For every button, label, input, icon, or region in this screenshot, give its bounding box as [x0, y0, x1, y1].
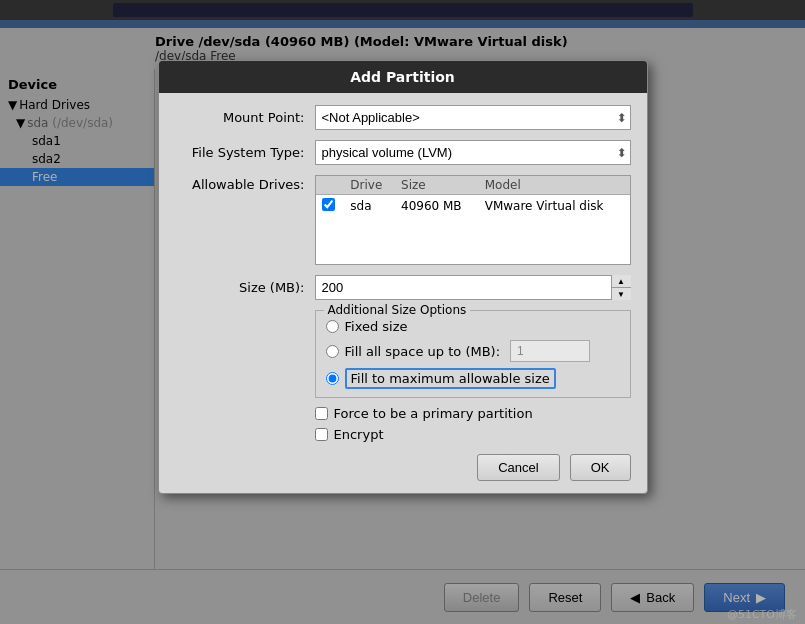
size-field-wrapper: ▲ ▼	[315, 275, 631, 300]
force-primary-row: Force to be a primary partition	[315, 406, 631, 421]
additional-size-options: Additional Size Options Fixed size Fill …	[315, 310, 631, 398]
fixed-size-label: Fixed size	[345, 319, 408, 334]
fs-type-wrapper: physical volume (LVM) ext4 swap	[315, 140, 631, 165]
radio-fill-up-to: Fill all space up to (MB):	[326, 340, 620, 362]
drive-model-cell: VMware Virtual disk	[479, 195, 630, 218]
size-spinner: ▲ ▼	[611, 275, 631, 300]
fs-type-row: File System Type: physical volume (LVM) …	[175, 140, 631, 165]
options-group-title: Additional Size Options	[324, 303, 471, 317]
mount-point-wrapper: <Not Applicable>	[315, 105, 631, 130]
mount-point-label: Mount Point:	[175, 110, 315, 125]
main-area: Drive /dev/sda (40960 MB) (Model: VMware…	[0, 20, 805, 624]
modal-body: Mount Point: <Not Applicable> File Syste…	[159, 93, 647, 493]
encrypt-checkbox[interactable]	[315, 428, 328, 441]
col-check	[316, 176, 345, 195]
top-bar-progress	[113, 3, 693, 17]
drive-checkbox[interactable]	[322, 198, 335, 211]
modal-buttons: Cancel OK	[175, 454, 631, 481]
fill-up-to-radio[interactable]	[326, 345, 339, 358]
encrypt-label: Encrypt	[334, 427, 384, 442]
mount-point-select[interactable]: <Not Applicable>	[315, 105, 631, 130]
drives-table-header: Drive Size Model	[316, 176, 630, 195]
modal-title-bar: Add Partition	[159, 61, 647, 93]
add-partition-modal: Add Partition Mount Point: <Not Applicab…	[158, 60, 648, 494]
fixed-size-radio[interactable]	[326, 320, 339, 333]
drive-name-cell: sda	[344, 195, 395, 218]
encrypt-row: Encrypt	[315, 427, 631, 442]
fill-up-to-input[interactable]	[510, 340, 590, 362]
modal-overlay: Add Partition Mount Point: <Not Applicab…	[0, 20, 805, 624]
drives-table: Drive Size Model sda	[316, 176, 630, 217]
fs-type-label: File System Type:	[175, 145, 315, 160]
force-primary-label: Force to be a primary partition	[334, 406, 533, 421]
col-drive: Drive	[344, 176, 395, 195]
radio-fixed-size: Fixed size	[326, 319, 620, 334]
drive-checkbox-cell	[316, 195, 345, 218]
drives-table-container: Drive Size Model sda	[315, 175, 631, 265]
size-up-button[interactable]: ▲	[612, 275, 631, 288]
fs-type-select[interactable]: physical volume (LVM) ext4 swap	[315, 140, 631, 165]
ok-button[interactable]: OK	[570, 454, 631, 481]
radio-fill-max: Fill to maximum allowable size	[326, 368, 620, 389]
size-input[interactable]	[315, 275, 631, 300]
top-bar	[0, 0, 805, 20]
size-down-button[interactable]: ▼	[612, 288, 631, 300]
allowable-drives-section: Allowable Drives: Drive Size Model	[175, 175, 631, 265]
table-row[interactable]: sda 40960 MB VMware Virtual disk	[316, 195, 630, 218]
mount-point-row: Mount Point: <Not Applicable>	[175, 105, 631, 130]
col-model: Model	[479, 176, 630, 195]
force-primary-checkbox[interactable]	[315, 407, 328, 420]
fill-up-to-label: Fill all space up to (MB):	[345, 344, 501, 359]
modal-title: Add Partition	[350, 69, 455, 85]
drive-size-cell: 40960 MB	[395, 195, 479, 218]
allowable-drives-label: Allowable Drives:	[175, 175, 315, 265]
cancel-button[interactable]: Cancel	[477, 454, 559, 481]
size-row: Size (MB): ▲ ▼	[175, 275, 631, 300]
col-size: Size	[395, 176, 479, 195]
fill-max-radio[interactable]	[326, 372, 339, 385]
fill-max-label: Fill to maximum allowable size	[345, 368, 556, 389]
size-label: Size (MB):	[175, 280, 315, 295]
